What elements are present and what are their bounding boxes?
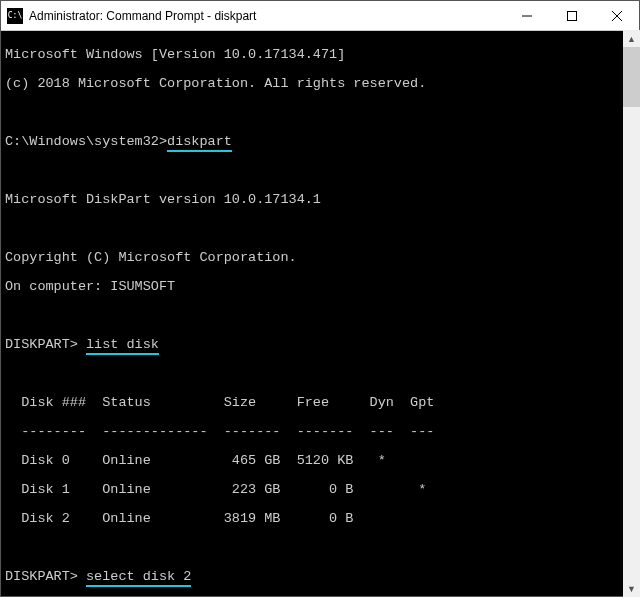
window-controls bbox=[504, 1, 639, 30]
table-header: Disk ### Status Size Free Dyn Gpt bbox=[5, 396, 635, 411]
prompt-line: DISKPART> list disk bbox=[5, 338, 635, 353]
scroll-down-arrow[interactable]: ▼ bbox=[623, 580, 640, 597]
cmd-select-disk: select disk 2 bbox=[86, 569, 191, 587]
output-line: On computer: ISUMSOFT bbox=[5, 280, 635, 295]
cmd-list-disk: list disk bbox=[86, 337, 159, 355]
table-row: Disk 0 Online 465 GB 5120 KB * bbox=[5, 454, 635, 469]
output-line: Microsoft Windows [Version 10.0.17134.47… bbox=[5, 48, 635, 63]
window-title: Administrator: Command Prompt - diskpart bbox=[29, 9, 504, 23]
command-prompt-window: C:\ Administrator: Command Prompt - disk… bbox=[0, 0, 640, 597]
prompt-line: C:\Windows\system32>diskpart bbox=[5, 135, 635, 150]
scroll-up-arrow[interactable]: ▲ bbox=[623, 30, 640, 47]
table-row: Disk 2 Online 3819 MB 0 B bbox=[5, 512, 635, 527]
close-button[interactable] bbox=[594, 1, 639, 30]
table-divider: -------- ------------- ------- ------- -… bbox=[5, 425, 635, 440]
output-line: Microsoft DiskPart version 10.0.17134.1 bbox=[5, 193, 635, 208]
cmd-icon: C:\ bbox=[7, 8, 23, 24]
svg-rect-1 bbox=[567, 11, 576, 20]
scroll-thumb[interactable] bbox=[623, 47, 640, 107]
vertical-scrollbar[interactable]: ▲ ▼ bbox=[623, 30, 640, 597]
titlebar: C:\ Administrator: Command Prompt - disk… bbox=[1, 1, 639, 31]
maximize-button[interactable] bbox=[549, 1, 594, 30]
cmd-diskpart: diskpart bbox=[167, 134, 232, 152]
table-row: Disk 1 Online 223 GB 0 B * bbox=[5, 483, 635, 498]
prompt-line: DISKPART> select disk 2 bbox=[5, 570, 635, 585]
output-line: Copyright (C) Microsoft Corporation. bbox=[5, 251, 635, 266]
terminal-output[interactable]: Microsoft Windows [Version 10.0.17134.47… bbox=[1, 31, 639, 596]
minimize-button[interactable] bbox=[504, 1, 549, 30]
output-line: (c) 2018 Microsoft Corporation. All righ… bbox=[5, 77, 635, 92]
